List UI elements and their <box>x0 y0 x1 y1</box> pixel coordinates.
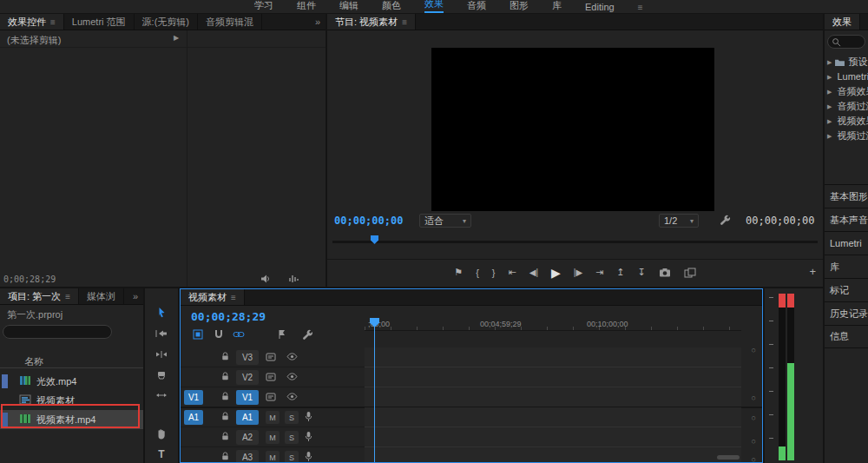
track-visibility-eye-icon[interactable] <box>286 373 298 380</box>
disclosure-icon[interactable]: ▶ <box>827 89 832 96</box>
voiceover-mic-icon[interactable] <box>304 431 313 442</box>
sync-lock-icon[interactable] <box>266 352 276 362</box>
disclosure-icon[interactable]: ▶ <box>827 133 832 140</box>
tab-overflow-icon[interactable]: » <box>310 14 326 30</box>
panel-tab-essential-graphics[interactable]: 基本图形 <box>825 184 868 208</box>
track-height-handle[interactable]: ○ <box>752 414 756 422</box>
play-button[interactable]: ▶ <box>551 266 561 280</box>
track-visibility-eye-icon[interactable] <box>286 393 298 400</box>
project-item-light-fx[interactable]: 光效.mp4 <box>0 372 143 391</box>
mute-button[interactable]: M <box>266 451 279 463</box>
step-back-button[interactable]: ◀| <box>529 268 538 277</box>
workspace-tab-learning[interactable]: 学习 <box>254 0 273 13</box>
panel-tab-info[interactable]: 信息 <box>825 325 868 348</box>
track-height-handle[interactable]: ○ <box>752 456 756 463</box>
hand-tool-button[interactable] <box>155 427 168 440</box>
workspace-tab-color[interactable]: 颜色 <box>382 0 401 13</box>
nest-toggle-icon[interactable] <box>193 329 203 340</box>
mark-in-button[interactable]: { <box>476 268 479 278</box>
timeline-horizontal-scrollbar[interactable] <box>717 455 740 460</box>
go-to-in-button[interactable]: ⇤ <box>509 267 516 278</box>
workspace-tab-assembly[interactable]: 组件 <box>297 0 316 13</box>
name-column-header[interactable]: 名称 <box>24 355 43 368</box>
track-height-handle[interactable]: ○ <box>752 394 756 402</box>
effects-bin-audio-transitions[interactable]: ▶ 音频过渡 <box>825 99 868 114</box>
waveform-icon[interactable] <box>288 274 299 284</box>
label-color-chip[interactable] <box>2 374 8 388</box>
razor-tool-button[interactable] <box>155 368 168 382</box>
track-name-v2[interactable]: V2 <box>236 370 259 385</box>
effects-bin-video-effects[interactable]: ▶ 视频效果 <box>825 114 868 129</box>
add-marker-button[interactable]: ⚑ <box>454 267 463 278</box>
track-lane-v3[interactable] <box>365 347 741 367</box>
timeline-settings-wrench-icon[interactable] <box>302 329 313 341</box>
source-patch-a1[interactable]: A1 <box>184 410 203 425</box>
solo-button[interactable]: S <box>285 411 299 424</box>
effects-bin-presets[interactable]: ▶ 预设 <box>825 55 868 69</box>
tab-program[interactable]: 节目: 视频素材 ≡ <box>327 14 416 30</box>
effects-bin-lumetri-presets[interactable]: ▶ Lumetri 预设 <box>825 69 868 84</box>
zoom-level-select[interactable]: 适合 ▾ <box>419 214 471 228</box>
workspace-tab-effects[interactable]: 效果 <box>424 0 444 13</box>
export-frame-camera-icon[interactable] <box>659 268 671 277</box>
track-lock-icon[interactable] <box>220 372 230 381</box>
mute-button[interactable]: M <box>266 431 279 444</box>
selection-tool-button[interactable] <box>155 306 168 320</box>
track-lock-icon[interactable] <box>220 452 230 461</box>
disclosure-icon[interactable]: ▶ <box>827 74 832 81</box>
voiceover-mic-icon[interactable] <box>304 411 313 422</box>
panel-tab-history[interactable]: 历史记录 <box>825 301 868 325</box>
workspace-tab-libraries[interactable]: 库 <box>552 0 562 13</box>
track-lock-icon[interactable] <box>220 392 230 401</box>
button-editor-plus[interactable]: + <box>809 265 816 278</box>
disclosure-icon[interactable]: ▶ <box>827 103 832 110</box>
track-height-handle[interactable]: ○ <box>752 347 756 354</box>
add-marker-flag-icon[interactable] <box>278 329 286 340</box>
solo-button[interactable]: S <box>285 451 299 463</box>
timeline-timecode[interactable]: 00;00;28;29 <box>191 310 266 323</box>
panel-menu-icon[interactable]: ≡ <box>50 17 56 27</box>
disclosure-icon[interactable]: ▶ <box>827 118 832 125</box>
source-patch-v1[interactable]: V1 <box>184 390 203 405</box>
tab-source-monitor[interactable]: 源:(无剪辑) <box>135 14 198 30</box>
tab-sequence[interactable]: 视频素材 ≡ <box>181 289 245 305</box>
tab-effects[interactable]: 效果 <box>825 14 860 30</box>
linked-selection-icon[interactable] <box>233 331 245 338</box>
settings-wrench-icon[interactable] <box>720 215 731 226</box>
project-item-sequence[interactable]: 视频素材 <box>0 391 143 410</box>
track-lock-icon[interactable] <box>220 412 230 421</box>
type-tool-button[interactable]: T <box>155 447 168 461</box>
track-lane-v1[interactable] <box>365 387 741 407</box>
playback-resolution-select[interactable]: 1/2 ▾ <box>659 214 699 228</box>
speaker-icon[interactable] <box>260 274 271 284</box>
track-height-handle[interactable]: ○ <box>752 438 756 446</box>
panel-menu-icon[interactable]: ≡ <box>65 292 70 301</box>
timeline-ruler[interactable]: ;00;00 00;04;59;29 00;10;00;00 <box>365 317 741 331</box>
track-visibility-eye-icon[interactable] <box>286 353 298 360</box>
track-lane-v2[interactable] <box>365 367 741 387</box>
project-item-video-clip-selected[interactable]: 视频素材.mp4 <box>0 410 143 429</box>
track-lock-icon[interactable] <box>220 352 230 361</box>
tab-media-browser[interactable]: 媒体浏 <box>79 288 124 304</box>
label-color-chip[interactable] <box>2 413 8 427</box>
mark-out-button[interactable]: } <box>492 268 496 278</box>
workspace-tab-editing-en[interactable]: Editing <box>585 2 615 13</box>
tab-overflow-icon[interactable]: » <box>128 288 143 304</box>
comparison-view-icon[interactable] <box>684 268 696 278</box>
track-lane-a1[interactable] <box>365 407 741 427</box>
workspace-tab-audio[interactable]: 音频 <box>467 0 486 13</box>
panel-tab-essential-sound[interactable]: 基本声音 <box>825 208 868 231</box>
panel-tab-lumetri-color[interactable]: Lumetri <box>825 231 868 255</box>
tab-lumetri-scopes[interactable]: Lumetri 范围 <box>64 14 135 30</box>
effects-bin-audio-effects[interactable]: ▶ 音频效果 <box>825 84 868 99</box>
go-to-out-button[interactable]: ⇥ <box>595 267 603 278</box>
solo-button[interactable]: S <box>285 431 299 444</box>
project-list-header[interactable]: 名称 <box>0 353 143 368</box>
slip-tool-button[interactable] <box>155 388 168 402</box>
panel-tab-libraries[interactable]: 库 <box>825 255 868 278</box>
step-forward-button[interactable]: |▶ <box>574 268 582 277</box>
workspace-tab-graphics[interactable]: 图形 <box>510 0 529 13</box>
tab-audio-clip-mixer[interactable]: 音频剪辑混 <box>198 14 262 30</box>
tab-effect-controls[interactable]: 效果控件 ≡ <box>0 14 64 30</box>
panel-tab-markers[interactable]: 标记 <box>825 278 868 301</box>
